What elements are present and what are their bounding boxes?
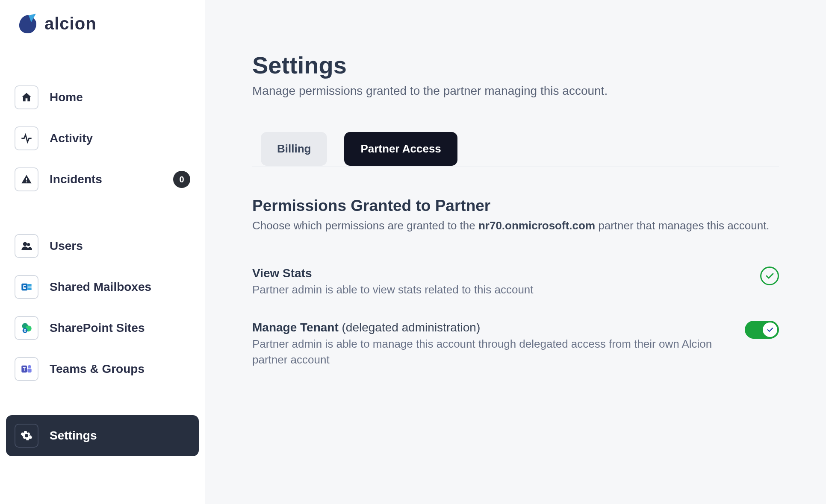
permission-title: View Stats — [252, 267, 723, 280]
svg-text:E: E — [23, 284, 26, 290]
permission-manage-tenant: Manage Tenant (delegated administration)… — [252, 321, 779, 367]
check-circle-icon — [760, 267, 779, 285]
permissions-section-description: Choose which permissions are granted to … — [252, 219, 779, 232]
permission-title: Manage Tenant (delegated administration) — [252, 321, 723, 334]
home-icon — [15, 85, 38, 109]
svg-rect-6 — [27, 284, 31, 287]
settings-tabs: Billing Partner Access — [252, 132, 779, 167]
sidebar-item-users[interactable]: Users — [6, 226, 199, 267]
sidebar-item-home[interactable]: Home — [6, 77, 199, 118]
svg-point-14 — [28, 365, 31, 368]
sidebar-item-label: Shared Mailboxes — [50, 280, 151, 294]
sidebar-item-settings[interactable]: Settings — [6, 415, 199, 456]
main-content: Settings Manage permissions granted to t… — [205, 0, 826, 504]
sidebar-item-label: SharePoint Sites — [50, 321, 145, 335]
brand-name: alcion — [44, 14, 97, 33]
svg-rect-15 — [27, 369, 31, 372]
warning-icon — [15, 167, 38, 191]
nav-group-resources: Users E Shared Mailboxes S SharePoint Si… — [6, 226, 199, 390]
teams-icon: T — [15, 357, 38, 381]
sidebar: alcion Home Activity Incidents 0 — [0, 0, 205, 504]
permissions-section-title: Permissions Granted to Partner — [252, 197, 779, 215]
sharepoint-icon: S — [15, 316, 38, 340]
gear-icon — [15, 424, 38, 448]
sidebar-item-label: Home — [50, 91, 83, 104]
svg-rect-7 — [27, 287, 31, 290]
manage-tenant-toggle[interactable] — [745, 321, 779, 339]
activity-icon — [15, 126, 38, 150]
permission-description: Partner admin is able to manage this acc… — [252, 336, 723, 367]
svg-text:T: T — [23, 366, 26, 372]
nav-group-main: Home Activity Incidents 0 — [6, 77, 199, 200]
brand-logo[interactable]: alcion — [6, 13, 199, 34]
page-subtitle: Manage permissions granted to the partne… — [252, 84, 779, 98]
incidents-count-badge: 0 — [173, 171, 190, 188]
tab-partner-access[interactable]: Partner Access — [344, 132, 457, 166]
svg-rect-1 — [26, 182, 27, 182]
tab-billing[interactable]: Billing — [261, 132, 327, 166]
sidebar-item-shared-mailboxes[interactable]: E Shared Mailboxes — [6, 267, 199, 308]
sidebar-item-label: Settings — [50, 429, 97, 442]
sidebar-item-label: Teams & Groups — [50, 362, 145, 376]
permission-description: Partner admin is able to view stats rela… — [252, 282, 723, 297]
alcion-logo-icon — [17, 13, 38, 34]
svg-point-2 — [23, 242, 27, 246]
sidebar-item-teams-groups[interactable]: T Teams & Groups — [6, 349, 199, 390]
partner-domain: nr70.onmicrosoft.com — [478, 219, 595, 232]
sidebar-item-label: Incidents — [50, 173, 102, 186]
sidebar-item-incidents[interactable]: Incidents 0 — [6, 159, 199, 200]
exchange-icon: E — [15, 275, 38, 299]
toggle-knob — [763, 322, 777, 337]
svg-rect-0 — [26, 178, 27, 181]
sidebar-item-sharepoint-sites[interactable]: S SharePoint Sites — [6, 308, 199, 349]
users-icon — [15, 234, 38, 258]
page-title: Settings — [252, 51, 779, 79]
svg-point-3 — [27, 243, 30, 246]
sidebar-item-activity[interactable]: Activity — [6, 118, 199, 159]
svg-text:S: S — [24, 329, 27, 333]
sidebar-item-label: Users — [50, 239, 83, 253]
sidebar-item-label: Activity — [50, 132, 93, 145]
permission-view-stats: View Stats Partner admin is able to view… — [252, 267, 779, 297]
